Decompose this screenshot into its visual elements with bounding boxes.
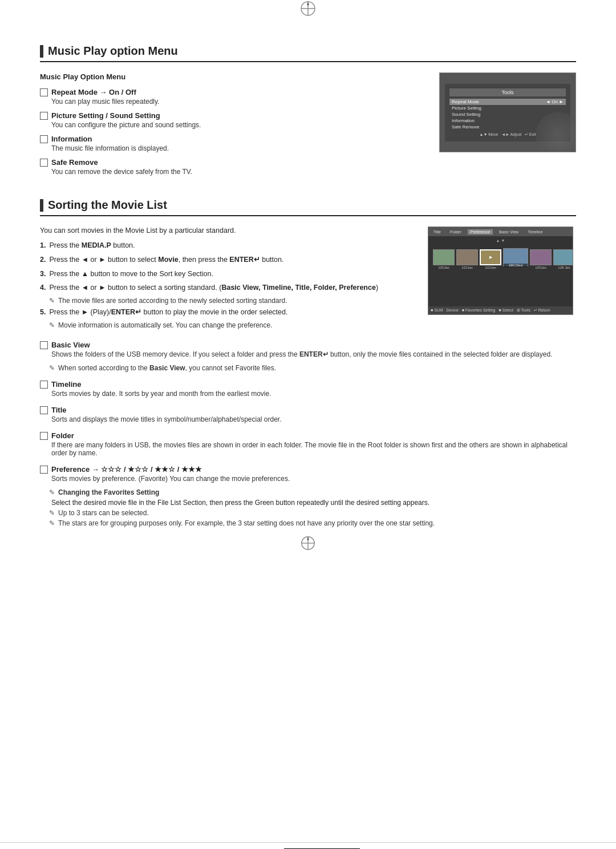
tv-row-value-repeat: ◄ On ► (546, 99, 564, 104)
thumb-abcd-container: ABCDlcd (503, 248, 528, 270)
note-icon-5: ✎ (49, 321, 55, 329)
step-4-text: Press the ◄ or ► button to select a sort… (49, 282, 378, 293)
item-folder-row: Folder If there are many folders in USB,… (40, 431, 576, 457)
thumb-2-label: 122Jan (461, 266, 473, 269)
preference-text1: Select the desired movie file in the Fil… (51, 499, 429, 507)
note-icon-bv: ✎ (49, 364, 55, 372)
step-5-note: ✎ Movie information is automatically set… (49, 321, 416, 329)
item-preference-content: Preference → ☆☆☆ / ★☆☆ / ★★☆ / ★★★ Sorts… (51, 465, 290, 483)
item-information-title: Information (51, 135, 169, 143)
movie-tab-preference: Preference (468, 229, 493, 235)
movie-top-bar: Title Folder Preference Basic View Timel… (428, 227, 573, 236)
item-picture-sound: Picture Setting / Sound Setting You can … (40, 111, 428, 129)
thumb-1-container: 125Jan (433, 249, 455, 269)
preference-note-heading: ✎ Changing the Favorites Setting (49, 488, 576, 496)
thumb-1-label: 125Jan (438, 266, 449, 269)
thumb-3-container: ▶ 122Jan (480, 249, 501, 269)
item-folder-title: Folder (51, 431, 576, 440)
thumb-3-play-icon: ▶ (489, 255, 492, 260)
section1-screenshot: Tools Repeat Mode ◄ On ► Picture Setting… (439, 72, 576, 181)
top-compass-icon (0, 0, 616, 17)
item-folder-content: Folder If there are many folders in USB,… (51, 431, 576, 457)
item-title: Title Sorts and displays the movie title… (40, 406, 576, 423)
item-preference-row: Preference → ☆☆☆ / ★☆☆ / ★★☆ / ★★★ Sorts… (40, 465, 576, 483)
item-title-title: Title (51, 406, 282, 414)
item-repeat-mode-desc: You can play music files repeatedly. (51, 98, 159, 106)
item-timeline-title: Timeline (51, 380, 271, 389)
item-repeat-mode: Repeat Mode → On / Off You can play musi… (40, 88, 428, 106)
section1-content: Music Play Option Menu Repeat Mode → On … (40, 72, 576, 181)
note-icon-pref2: ✎ (49, 509, 55, 517)
checkbox-safe-remove (40, 159, 48, 167)
item-picture-sound-content: Picture Setting / Sound Setting You can … (51, 111, 201, 129)
item-folder-desc: If there are many folders in USB, the mo… (51, 441, 576, 457)
movie-bottom-row: ■ SUM Device ■ Favorites Setting ■ Selec… (428, 306, 573, 314)
checkbox-picture-sound (40, 112, 48, 120)
thumb-2-container: 122Jan (456, 249, 478, 269)
preference-note-heading-text: Changing the Favorites Setting (58, 488, 159, 496)
svg-marker-7 (307, 537, 309, 540)
tv-ui-screenshot: Tools Repeat Mode ◄ On ► Picture Setting… (439, 72, 576, 152)
item-title-row: Title Sorts and displays the movie title… (40, 406, 576, 423)
item-preference-desc: Sorts movies by preference. (Favorite) Y… (51, 475, 290, 483)
tv-row-label-picture: Picture Setting (452, 106, 481, 111)
item-safe-remove-desc: You can remove the device safely from th… (51, 168, 192, 176)
checkbox-timeline (40, 381, 48, 389)
thumb-1 (433, 249, 455, 265)
steps-container: 1. Press the MEDIA.P button. 2. Press th… (40, 240, 416, 329)
checkbox-folder (40, 432, 48, 440)
note-icon-4: ✎ (49, 297, 55, 305)
title-bar-decoration (40, 45, 43, 58)
item-repeat-mode-title: Repeat Mode → On / Off (51, 88, 159, 96)
step-3: 3. Press the ▲ button to move to the Sor… (40, 269, 416, 280)
item-information: Information The music file information i… (40, 135, 428, 152)
item-basic-view: Basic View Shows the folders of the USB … (40, 341, 576, 372)
thumb-5-container: 128 Jan (553, 249, 573, 269)
thumb-2 (456, 249, 478, 265)
section2-content: You can sort movies in the Movie List by… (40, 227, 576, 333)
item-basic-view-content: Basic View Shows the folders of the USB … (51, 341, 552, 358)
section-music-play: Music Play option Menu Music Play Option… (40, 45, 576, 181)
movie-tab-folder: Folder (447, 229, 464, 235)
movie-tab-title: Title (431, 229, 444, 235)
step-2-text: Press the ◄ or ► button to select Movie,… (49, 254, 283, 265)
thumb-4-label: 125Jan (535, 266, 546, 269)
item-preference: Preference → ☆☆☆ / ★☆☆ / ★★☆ / ★★★ Sorts… (40, 465, 576, 527)
item-safe-remove-title: Safe Remove (51, 158, 192, 167)
thumb-abcd-text: ABCDlcd (504, 264, 528, 267)
preference-note3: ✎ The stars are for grouping purposes on… (49, 519, 576, 527)
checkbox-repeat-mode (40, 88, 48, 96)
movie-tab-timeline: Timeline (525, 229, 545, 235)
tv-menu-row-repeat: Repeat Mode ◄ On ► (449, 99, 566, 105)
item-safe-remove-content: Safe Remove You can remove the device sa… (51, 158, 192, 176)
preference-note-text1: Select the desired movie file in the Fil… (51, 499, 576, 507)
section2-left: You can sort movies in the Movie List by… (40, 227, 416, 333)
section1-title: Music Play option Menu (40, 45, 576, 62)
movie-sort-indicator: ▲ ▼ (431, 238, 570, 242)
movie-ui-screenshot: Title Folder Preference Basic View Timel… (428, 227, 573, 315)
tv-row-label-saferemove: Safe Remove (452, 124, 479, 130)
section2-screenshot: Title Folder Preference Basic View Timel… (428, 227, 576, 333)
svg-marker-3 (307, 2, 309, 5)
section1-title-text: Music Play option Menu (48, 45, 178, 58)
step-5: 5. Press the ► (Play)/ENTER↵ button to p… (40, 307, 416, 318)
item-timeline: Timeline Sorts movies by date. It sorts … (40, 380, 576, 398)
thumb-4 (530, 249, 552, 265)
section-sorting: Sorting the Movie List You can sort movi… (40, 199, 576, 527)
tv-row-label-repeat: Repeat Mode (452, 99, 479, 104)
footer-bar: [650-NA]BN68-02097A-Eng.indb 50 English … (0, 842, 616, 849)
thumb-5-label: 128 Jan (558, 266, 570, 269)
basic-view-note: ✎ When sorted according to the Basic Vie… (49, 364, 576, 372)
thumb-4-container: 125Jan (530, 249, 552, 269)
item-information-desc: The music file information is displayed. (51, 144, 169, 152)
item-folder: Folder If there are many folders in USB,… (40, 431, 576, 457)
item-title-content: Title Sorts and displays the movie title… (51, 406, 282, 423)
thumb-abcd-label (515, 267, 516, 270)
tv-menu-row-picture: Picture Setting (449, 105, 566, 111)
step-4-note-text: The movie files are sorted according to … (58, 297, 287, 305)
step-2: 2. Press the ◄ or ► button to select Mov… (40, 254, 416, 265)
movie-tab-basicview: Basic View (496, 229, 521, 235)
step-5-text: Press the ► (Play)/ENTER↵ button to play… (49, 307, 287, 318)
title-bar-decoration2 (40, 199, 43, 212)
step-4-num: 4. (40, 282, 46, 293)
